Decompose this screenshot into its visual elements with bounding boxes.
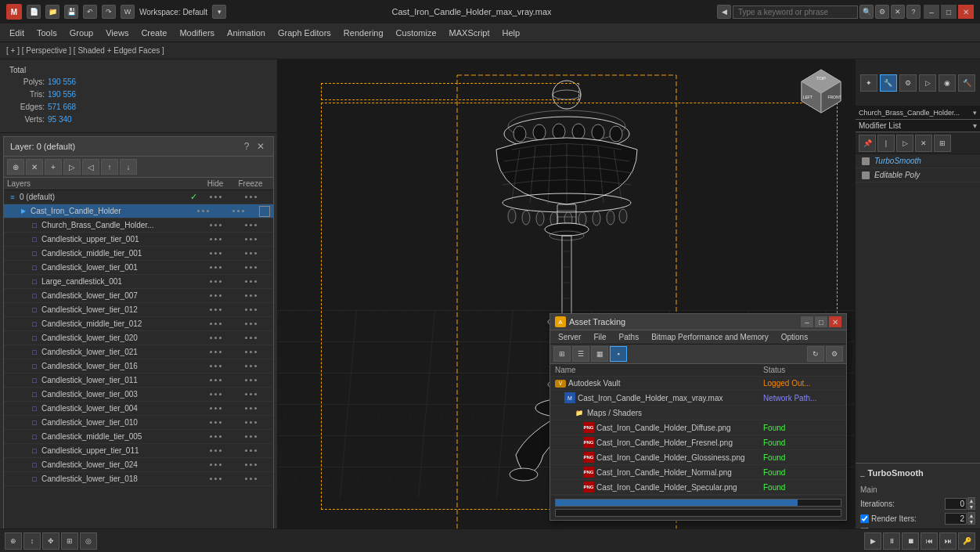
- open-btn[interactable]: 📁: [45, 5, 59, 19]
- modifier-list-input[interactable]: Modifier List ▾: [856, 120, 980, 132]
- layer-item[interactable]: □Church_Brass_Candle_Holder...: [4, 218, 273, 233]
- layer-item[interactable]: □Candlestick_lower_tier_016: [4, 359, 273, 373]
- iterations-down[interactable]: ▼: [967, 503, 975, 510]
- layer-item[interactable]: □Large_candlestick_001: [4, 275, 273, 289]
- asset-row[interactable]: PNG Cast_Iron_Candle_Holder_Specular.png…: [550, 480, 846, 495]
- move-btn[interactable]: ✥: [42, 532, 59, 550]
- undo-btn[interactable]: ↶: [83, 5, 97, 19]
- layer-item[interactable]: □Candlestick_middle_tier_005: [4, 430, 273, 444]
- layer-tool-2[interactable]: +: [45, 159, 62, 175]
- layer-tool-5[interactable]: ↑: [101, 159, 118, 175]
- layer-item[interactable]: ▶ Cast_Iron_Candle_Holder: [4, 204, 273, 218]
- layer-item[interactable]: □Candlestick_lower_tier_007: [4, 289, 273, 303]
- next-frame-btn[interactable]: ⏭: [939, 532, 957, 550]
- search-clear[interactable]: ✕: [891, 5, 905, 19]
- asset-menu-options[interactable]: Options: [776, 332, 812, 342]
- menu-group[interactable]: Group: [63, 27, 100, 39]
- asset-toolbar-3[interactable]: ▪: [610, 346, 627, 362]
- nav-cube-container[interactable]: TOP LEFT FRONT: [794, 66, 848, 122]
- layer-item[interactable]: □Candlestick_lower_tier_012: [4, 303, 273, 317]
- layer-item[interactable]: □Candlestick_upper_tier_011: [4, 444, 273, 458]
- menu-animation[interactable]: Animation: [221, 27, 272, 39]
- modifier-turbosmooth[interactable]: TurboSmooth: [856, 154, 980, 168]
- iterations-input[interactable]: [945, 498, 967, 510]
- menu-help[interactable]: Help: [496, 27, 527, 39]
- layer-tool-0[interactable]: ⊕: [7, 159, 24, 175]
- move-up-btn[interactable]: |: [877, 135, 895, 152]
- redo-btn[interactable]: ↷: [102, 5, 116, 19]
- delete-mod-btn[interactable]: ✕: [915, 135, 932, 152]
- layer-tool-1[interactable]: ✕: [26, 159, 43, 175]
- close-btn[interactable]: ✕: [958, 5, 974, 19]
- display-btn[interactable]: ◉: [939, 74, 956, 92]
- asset-toolbar-0[interactable]: ⊞: [553, 346, 571, 362]
- layer-item[interactable]: □Candlestick_middle_tier_001: [4, 247, 273, 261]
- render-iters-up[interactable]: ▲: [967, 512, 975, 518]
- menu-modifiers[interactable]: Modifiers: [173, 27, 221, 39]
- hierarchy-btn[interactable]: ⚙: [899, 74, 917, 92]
- layer-item[interactable]: □Candlestick_lower_tier_003: [4, 388, 273, 402]
- maximize-btn[interactable]: □: [941, 5, 957, 19]
- minimize-btn[interactable]: –: [924, 5, 939, 19]
- layer-tool-3[interactable]: ▷: [63, 159, 81, 175]
- asset-menu-bitmap[interactable]: Bitmap Performance and Memory: [647, 332, 773, 342]
- layer-tool-6[interactable]: ↓: [120, 159, 137, 175]
- layer-close-btn[interactable]: ✕: [254, 140, 267, 153]
- menu-views[interactable]: Views: [99, 27, 135, 39]
- layer-item[interactable]: □Candlestick_lower_tier_021: [4, 345, 273, 359]
- asset-menu-server[interactable]: Server: [553, 332, 585, 342]
- prev-frame-btn[interactable]: ⏮: [921, 532, 938, 550]
- workspace-dropdown[interactable]: ▾: [212, 5, 226, 19]
- asset-close-btn[interactable]: ✕: [829, 316, 841, 327]
- scale-btn[interactable]: ◎: [80, 532, 97, 550]
- layer-item[interactable]: □Candlestick_lower_tier_020: [4, 331, 273, 345]
- menu-maxscript[interactable]: MAXScript: [443, 27, 496, 39]
- modifier-editable-poly[interactable]: Editable Poly: [856, 168, 980, 182]
- nav-arrow-left[interactable]: ◀: [717, 5, 731, 19]
- layer-item[interactable]: □Candlestick_lower_tier_010: [4, 416, 273, 430]
- pause-btn[interactable]: ⏸: [883, 532, 900, 550]
- save-btn[interactable]: 💾: [64, 5, 78, 19]
- layer-help-btn[interactable]: ?: [240, 140, 253, 153]
- pin-btn[interactable]: 📌: [859, 135, 876, 152]
- new-btn[interactable]: 📄: [27, 5, 41, 19]
- create-btn[interactable]: ✦: [860, 74, 877, 92]
- layer-item[interactable]: □Candlestick_lower_tier_011: [4, 373, 273, 388]
- workspace-btn[interactable]: W: [121, 5, 135, 19]
- help-btn[interactable]: ?: [906, 5, 921, 19]
- layer-item[interactable]: □Candlestick_lower_tier_004: [4, 402, 273, 416]
- asset-row[interactable]: PNG Cast_Iron_Candle_Holder_Normal.png F…: [550, 465, 846, 480]
- render-iters-down[interactable]: ▼: [967, 518, 975, 525]
- menu-create[interactable]: Create: [135, 27, 173, 39]
- asset-row[interactable]: V Autodesk Vault Logged Out...: [550, 377, 846, 391]
- asset-row[interactable]: PNG Cast_Iron_Candle_Holder_Fresnel.png …: [550, 435, 846, 450]
- asset-minimize-btn[interactable]: –: [801, 316, 813, 327]
- asset-toolbar-2[interactable]: ▦: [591, 346, 608, 362]
- key-mode-btn[interactable]: 🔑: [958, 532, 975, 550]
- asset-row[interactable]: PNG Cast_Iron_Candle_Holder_Diffuse.png …: [550, 420, 846, 435]
- layer-item[interactable]: □Candlestick_lower_tier_018: [4, 472, 273, 486]
- play-btn[interactable]: ▶: [864, 532, 881, 550]
- layer-item[interactable]: □Candlestick_middle_tier_012: [4, 317, 273, 331]
- asset-toolbar-1[interactable]: ☰: [572, 346, 589, 362]
- asset-row[interactable]: M Cast_Iron_Candle_Holder_max_vray.max N…: [550, 391, 846, 406]
- asset-menu-file[interactable]: File: [589, 332, 611, 342]
- asset-row[interactable]: PNG Cast_Iron_Candle_Holder_Glossiness.p…: [550, 450, 846, 465]
- menu-edit[interactable]: Edit: [3, 27, 31, 39]
- select-filter[interactable]: ↕: [23, 532, 41, 550]
- motion-btn[interactable]: ▷: [919, 74, 936, 92]
- render-iters-input[interactable]: [945, 513, 967, 525]
- modify-btn[interactable]: 🔧: [880, 74, 897, 92]
- asset-refresh-btn[interactable]: ↻: [807, 346, 824, 362]
- mod-enable-checkbox[interactable]: [862, 171, 870, 179]
- search-btn[interactable]: 🔍: [859, 5, 874, 19]
- collapse-icon[interactable]: –: [860, 471, 865, 480]
- menu-graph-editors[interactable]: Graph Editors: [272, 27, 337, 39]
- copy-mod-btn[interactable]: ⊞: [934, 135, 951, 152]
- layer-item[interactable]: □Candlestick_lower_tier_001: [4, 261, 273, 275]
- layer-tool-4[interactable]: ◁: [82, 159, 99, 175]
- asset-settings-btn[interactable]: ⚙: [826, 346, 843, 362]
- layer-item[interactable]: □Candlestick_upper_tier_001: [4, 233, 273, 247]
- rotate-btn[interactable]: ⊞: [61, 532, 78, 550]
- mod-enable-checkbox[interactable]: [862, 157, 870, 165]
